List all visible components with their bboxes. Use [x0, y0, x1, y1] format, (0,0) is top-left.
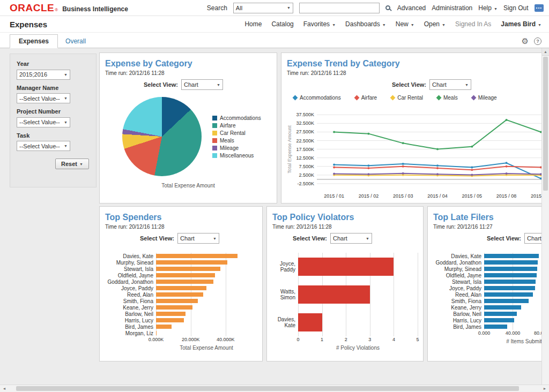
manager-name-dropdown[interactable]: --Select Value-- ▼	[17, 93, 70, 103]
tab-overall[interactable]: Overall	[58, 35, 93, 48]
bar[interactable]	[156, 331, 157, 335]
x-tick: 1	[321, 337, 323, 342]
scroll-up-icon[interactable]: ▲	[542, 48, 549, 56]
task-dropdown[interactable]: --Select Value-- ▼	[17, 141, 70, 151]
signed-in-as-label: Signed In As	[455, 20, 491, 28]
time-run: Time run: 20/12/16 11:27	[433, 224, 541, 230]
bar[interactable]	[156, 260, 227, 265]
x-tick: 2	[345, 337, 347, 342]
search-input[interactable]	[299, 3, 380, 13]
chevron-down-icon: ▼	[64, 144, 68, 148]
apps-icon[interactable]: •••	[535, 4, 544, 12]
bar[interactable]	[156, 254, 238, 258]
view-dropdown[interactable]: Chart ▼	[177, 233, 219, 244]
bar[interactable]	[484, 280, 536, 284]
legend-label: Miscellaneous	[220, 153, 254, 159]
home-link[interactable]: Home	[244, 20, 262, 28]
bar[interactable]	[156, 292, 203, 297]
x-axis: 0.000K20.000K40.000K	[156, 337, 257, 344]
bar[interactable]	[484, 292, 533, 297]
vertical-scroll-thumb[interactable]	[543, 57, 548, 191]
top-toolbar: Search All ▼ Advanced Administration Hel…	[207, 3, 544, 13]
horizontal-scrollbar[interactable]: ◄ ►	[0, 385, 549, 392]
bar[interactable]	[484, 325, 507, 329]
view-dropdown[interactable]: Chart ▼	[524, 233, 541, 244]
horizontal-scroll-thumb[interactable]	[16, 386, 519, 391]
bar[interactable]	[484, 267, 537, 271]
tab-expenses[interactable]: Expenses	[10, 34, 58, 48]
catalog-link[interactable]: Catalog	[271, 20, 293, 28]
bar[interactable]	[156, 312, 186, 316]
bar[interactable]	[156, 318, 184, 322]
bar[interactable]	[156, 286, 206, 290]
user-name: James Bird	[501, 20, 536, 28]
bar[interactable]	[484, 286, 535, 290]
bar[interactable]	[298, 258, 394, 276]
vertical-scrollbar[interactable]: ▲	[541, 48, 549, 385]
project-number-dropdown[interactable]: --Select Value-- ▼	[17, 117, 70, 127]
favorites-menu[interactable]: Favorites▼	[303, 20, 336, 28]
x-axis: 012345	[298, 337, 418, 344]
advanced-link[interactable]: Advanced	[397, 4, 426, 12]
bar[interactable]	[156, 267, 220, 271]
bar[interactable]	[298, 285, 370, 304]
search-scope-dropdown[interactable]: All ▼	[233, 3, 293, 13]
bar[interactable]	[484, 273, 537, 277]
bar[interactable]	[484, 312, 517, 316]
bar[interactable]	[156, 305, 192, 310]
svg-text:-2.500K: -2.500K	[297, 181, 314, 186]
administration-link[interactable]: Administration	[432, 4, 472, 12]
year-label: Year	[17, 61, 90, 67]
view-dropdown[interactable]: Chart ▼	[429, 79, 471, 90]
help-menu[interactable]: Help▼	[478, 4, 498, 12]
dashboard-canvas: Year 2015;2016 ▼ Manager Name --Select V…	[0, 48, 541, 385]
svg-text:2015 / 02: 2015 / 02	[359, 193, 379, 199]
scroll-right-icon[interactable]: ►	[540, 387, 549, 390]
bar[interactable]	[484, 254, 539, 258]
help-icon[interactable]: ?	[534, 37, 541, 45]
svg-text:7.500K: 7.500K	[299, 164, 314, 169]
search-icon[interactable]	[385, 5, 390, 10]
bar[interactable]	[484, 299, 529, 303]
user-menu[interactable]: James Bird▼	[501, 20, 541, 28]
x-axis-label: # Policy Violations	[298, 345, 418, 352]
trend-plot[interactable]: 37.500K32.500K27.500K22.500K17.500K12.50…	[287, 102, 541, 202]
pie-chart[interactable]	[122, 97, 202, 176]
view-dropdown[interactable]: Chart ▼	[330, 233, 372, 244]
bar[interactable]	[156, 325, 172, 329]
view-dropdown[interactable]: Chart ▼	[181, 79, 223, 90]
bar-label: Murphy, Sinead	[433, 266, 484, 272]
sign-out-link[interactable]: Sign Out	[503, 4, 529, 12]
oracle-logo: ORACLE	[10, 2, 54, 14]
scroll-left-icon[interactable]: ◄	[0, 387, 9, 390]
dashboards-menu[interactable]: Dashboards▼	[345, 20, 386, 28]
violators-chart: Joyce, PaddyWatts, SimonDavies, Kate 012…	[272, 253, 418, 352]
bar[interactable]	[156, 273, 215, 277]
x-tick: 40.000	[506, 330, 521, 336]
trend-legend: AccommodationsAirfareCar RentalMealsMile…	[287, 93, 541, 102]
bar[interactable]	[156, 280, 213, 284]
year-dropdown[interactable]: 2015;2016 ▼	[17, 70, 70, 80]
panel-expense-by-category: Expense by Category Time run: 20/12/16 1…	[99, 52, 277, 203]
reset-button[interactable]: Reset ▼	[55, 159, 89, 169]
legend-swatch	[212, 116, 217, 120]
dashboards-label: Dashboards	[345, 20, 380, 28]
bar[interactable]	[484, 305, 521, 310]
bar[interactable]	[484, 260, 538, 265]
bar-track	[156, 267, 257, 271]
x-tick: 0.000K	[149, 337, 164, 342]
svg-text:2015 / 04: 2015 / 04	[427, 193, 448, 199]
manager-name-value: --Select Value--	[19, 95, 60, 102]
select-view-row: Select View: Chart ▼	[105, 79, 271, 91]
bar[interactable]	[156, 299, 198, 303]
svg-text:Total Expense Amount: Total Expense Amount	[287, 125, 292, 174]
panel-top-policy-violators: Top Policy Violators Time run: 20/12/16 …	[266, 206, 424, 361]
open-menu[interactable]: Open▼	[424, 20, 446, 28]
new-menu[interactable]: New▼	[396, 20, 414, 28]
select-view-label: Select View:	[487, 235, 521, 242]
bar[interactable]	[298, 313, 322, 331]
gear-icon[interactable]: ⚙	[522, 37, 529, 45]
dashboard-header: Expenses Home Catalog Favorites▼ Dashboa…	[0, 16, 549, 33]
bar[interactable]	[484, 318, 514, 322]
bar-track	[156, 312, 257, 316]
